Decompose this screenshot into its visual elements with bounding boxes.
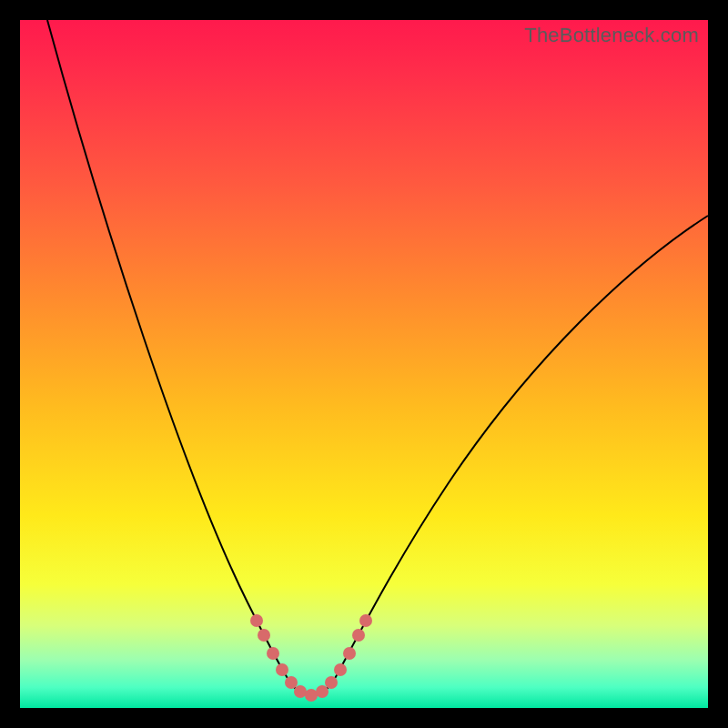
highlight-dot	[276, 663, 288, 676]
highlight-dot	[359, 614, 372, 627]
plot-area: TheBottleneck.com	[20, 20, 708, 708]
highlight-dot	[352, 629, 365, 642]
highlight-dot	[316, 685, 329, 698]
highlight-dot	[305, 689, 318, 702]
highlight-dot	[250, 614, 263, 627]
highlight-dot	[285, 676, 298, 689]
highlight-dot	[334, 663, 347, 676]
highlight-dot	[294, 685, 307, 698]
curve-right-branch	[337, 216, 708, 675]
curve-left-branch	[47, 20, 286, 675]
highlight-dot	[267, 647, 279, 660]
highlight-dot	[343, 647, 356, 660]
highlight-dot	[258, 629, 270, 642]
highlight-dot	[325, 676, 338, 689]
bottleneck-curve	[20, 20, 708, 708]
chart-frame: TheBottleneck.com	[0, 0, 728, 728]
